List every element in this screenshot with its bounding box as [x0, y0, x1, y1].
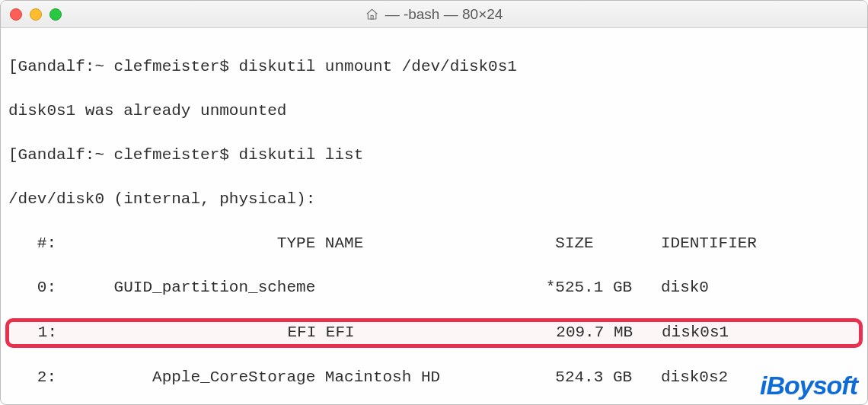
command-text: diskutil list [238, 146, 363, 164]
table-row: 1: EFI EFI 209.7 MB disk0s1 [9, 322, 859, 344]
minimize-icon[interactable] [30, 8, 42, 21]
table-row: 2: Apple_CoreStorage Macintosh HD 524.3 … [8, 367, 860, 389]
window-title-text: — -bash — 80×24 [385, 6, 503, 23]
home-icon [365, 8, 379, 21]
command-text: diskutil unmount /dev/disk0s1 [238, 58, 516, 75]
terminal-content[interactable]: [Gandalf:~ clefmeister$ diskutil unmount… [1, 28, 867, 405]
highlight-annotation: 1: EFI EFI 209.7 MB disk0s1 [5, 318, 863, 348]
terminal-window: — -bash — 80×24 [Gandalf:~ clefmeister$ … [0, 0, 868, 405]
prompt-line: [Gandalf:~ clefmeister$ diskutil list [8, 145, 860, 167]
close-icon[interactable] [10, 8, 22, 21]
disk-header: /dev/disk0 (internal, physical): [8, 189, 860, 211]
svg-rect-0 [371, 15, 373, 19]
table-header: #: TYPE NAME SIZE IDENTIFIER [8, 233, 860, 255]
window-title: — -bash — 80×24 [365, 6, 503, 23]
traffic-lights [10, 8, 62, 21]
output-line: disk0s1 was already unmounted [8, 100, 860, 123]
zoom-icon[interactable] [49, 8, 62, 21]
watermark-logo: iBoysoft [760, 371, 857, 400]
titlebar[interactable]: — -bash — 80×24 [1, 1, 867, 28]
prompt-line: [Gandalf:~ clefmeister$ diskutil unmount… [8, 56, 860, 78]
table-row: 0: GUID_partition_scheme *525.1 GB disk0 [8, 277, 860, 299]
